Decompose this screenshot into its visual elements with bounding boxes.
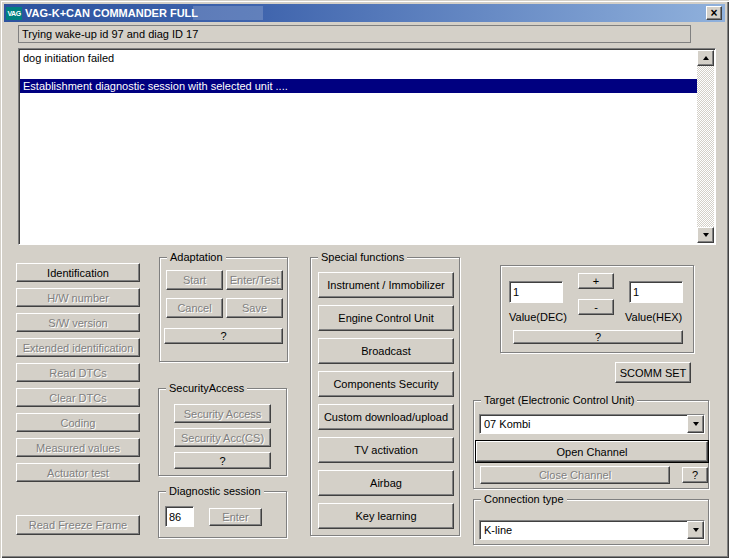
security-acc-cs-button[interactable]: Security Acc(CS) — [174, 428, 271, 447]
extended-identification-button[interactable]: Extended identification — [16, 338, 140, 357]
list-item-selected[interactable]: Establishment diagnostic session with se… — [20, 79, 697, 93]
engine-control-unit-button[interactable]: Engine Control Unit — [318, 305, 454, 331]
diagnostic-session-enter-button[interactable]: Enter — [209, 508, 262, 526]
instrument-immobilizer-button[interactable]: Instrument / Immobilizer — [318, 272, 454, 298]
diagnostic-session-group-title: Diagnostic session — [166, 484, 264, 498]
titlebar[interactable]: VAG VAG-K+CAN COMMANDER FULL × — [4, 4, 725, 22]
connection-type-dropdown-button[interactable] — [687, 521, 704, 539]
value-dec-label: Value(DEC) — [509, 311, 567, 323]
scroll-up-button[interactable] — [697, 50, 714, 66]
special-functions-group: Special functions Instrument / Immobiliz… — [310, 257, 460, 536]
down-arrow-icon — [703, 233, 709, 237]
security-help-button[interactable]: ? — [174, 452, 271, 469]
actuator-test-button[interactable]: Actuator test — [16, 463, 140, 482]
identification-button[interactable]: Identification — [16, 263, 140, 282]
adaptation-cancel-button[interactable]: Cancel — [166, 298, 223, 318]
connection-type-group: Connection type K-line — [473, 499, 709, 545]
special-functions-group-title: Special functions — [318, 250, 407, 264]
value-panel-group: + - Value(DEC) Value(HEX) ? — [500, 265, 694, 353]
scomm-set-button[interactable]: SCOMM SET — [615, 362, 691, 383]
adaptation-group: Adaptation Start Enter/Test Cancel Save … — [159, 257, 288, 362]
security-access-group-title: SecurityAccess — [166, 381, 247, 395]
chevron-down-icon — [693, 528, 699, 532]
value-minus-button[interactable]: - — [578, 299, 614, 315]
vertical-scrollbar[interactable] — [697, 50, 714, 243]
security-access-group: SecurityAccess Security Access Security … — [158, 388, 287, 476]
chevron-down-icon — [693, 422, 699, 426]
close-channel-button[interactable]: Close Channel — [480, 466, 670, 484]
sw-version-button[interactable]: S/W version — [16, 313, 140, 332]
connection-type-selected-value: K-line — [480, 524, 687, 536]
read-freeze-frame-button[interactable]: Read Freeze Frame — [16, 515, 140, 535]
app-icon: VAG — [6, 7, 22, 20]
target-ecu-group-title: Target (Electronic Control Unit) — [481, 393, 637, 407]
status-text: Trying wake-up id 97 and diag ID 17 — [22, 28, 198, 40]
target-ecu-select[interactable]: 07 Kombi — [479, 414, 705, 434]
diagnostic-session-group: Diagnostic session Enter — [158, 491, 287, 538]
clear-dtcs-button[interactable]: Clear DTCs — [16, 388, 140, 407]
security-access-button[interactable]: Security Access — [174, 404, 271, 423]
adaptation-help-button[interactable]: ? — [164, 328, 283, 344]
app-window: VAG VAG-K+CAN COMMANDER FULL × Trying wa… — [0, 0, 729, 558]
connection-type-select[interactable]: K-line — [479, 520, 705, 540]
value-hex-input[interactable] — [629, 281, 683, 303]
adaptation-save-button[interactable]: Save — [226, 298, 283, 318]
target-ecu-selected-value: 07 Kombi — [480, 418, 687, 430]
close-button[interactable]: × — [706, 6, 722, 20]
adaptation-enter-test-button[interactable]: Enter/Test — [226, 270, 283, 290]
value-plus-button[interactable]: + — [578, 273, 614, 289]
titlebar-highlight — [193, 6, 263, 20]
status-box: Trying wake-up id 97 and diag ID 17 — [18, 25, 691, 43]
list-item[interactable] — [20, 65, 697, 79]
airbag-button[interactable]: Airbag — [318, 470, 454, 496]
tv-activation-button[interactable]: TV activation — [318, 437, 454, 463]
diagnostic-session-input[interactable] — [165, 506, 194, 527]
list-item[interactable]: dog initiation failed — [20, 51, 697, 65]
value-dec-input[interactable] — [509, 281, 563, 303]
target-ecu-group: Target (Electronic Control Unit) 07 Komb… — [473, 400, 709, 489]
adaptation-start-button[interactable]: Start — [166, 270, 223, 290]
hw-number-button[interactable]: H/W number — [16, 288, 140, 307]
read-dtcs-button[interactable]: Read DTCs — [16, 363, 140, 382]
custom-download-upload-button[interactable]: Custom download/upload — [318, 404, 454, 430]
log-list[interactable]: dog initiation failed Establishment diag… — [18, 48, 716, 245]
adaptation-group-title: Adaptation — [167, 250, 226, 264]
measured-values-button[interactable]: Measured values — [16, 438, 140, 457]
close-icon: × — [710, 7, 717, 19]
broadcast-button[interactable]: Broadcast — [318, 338, 454, 364]
coding-button[interactable]: Coding — [16, 413, 140, 432]
window-title: VAG-K+CAN COMMANDER FULL — [25, 7, 198, 19]
up-arrow-icon — [703, 56, 709, 60]
value-help-button[interactable]: ? — [513, 330, 683, 344]
key-learning-button[interactable]: Key learning — [318, 503, 454, 529]
scroll-down-button[interactable] — [697, 227, 714, 243]
target-help-button[interactable]: ? — [682, 467, 708, 483]
components-security-button[interactable]: Components Security — [318, 371, 454, 397]
value-hex-label: Value(HEX) — [625, 311, 682, 323]
connection-type-group-title: Connection type — [481, 492, 567, 506]
target-ecu-dropdown-button[interactable] — [687, 415, 704, 433]
open-channel-button[interactable]: Open Channel — [476, 441, 708, 462]
